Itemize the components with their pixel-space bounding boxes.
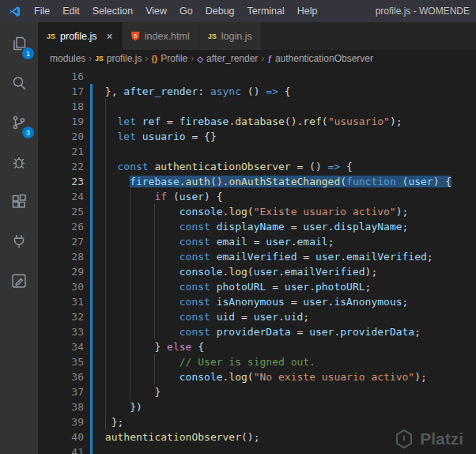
activity-plug-icon[interactable] <box>0 221 38 261</box>
breadcrumb-item-authenticationObserver[interactable]: ƒauthenticationObserver <box>267 53 373 64</box>
tab-login.js[interactable]: JSlogin.js <box>199 22 262 50</box>
code-line-33[interactable]: 33 const providerData = user.providerDat… <box>38 324 476 339</box>
code-text: let usuario = {} <box>93 129 476 144</box>
code-token: . <box>179 176 186 187</box>
indent-guide <box>105 234 106 249</box>
breadcrumb-item-after_render[interactable]: ◇after_render <box>197 53 258 64</box>
code-line-21[interactable]: 21 <box>38 144 476 159</box>
code-line-27[interactable]: 27 const email = user.email; <box>38 234 476 249</box>
indent-guide <box>105 369 106 384</box>
line-number[interactable]: 22 <box>38 159 84 174</box>
explorer-badge: 1 <box>22 47 34 59</box>
line-number[interactable]: 20 <box>38 129 84 144</box>
indent-guide <box>154 264 155 279</box>
line-number[interactable]: 37 <box>38 384 84 399</box>
line-number[interactable]: 23 <box>38 174 84 189</box>
line-number[interactable]: 38 <box>38 399 84 414</box>
line-number[interactable]: 25 <box>38 204 84 219</box>
code-token <box>136 115 142 127</box>
tab-index.html[interactable]: 5index.html <box>123 22 199 50</box>
indent-guide <box>154 309 155 324</box>
breadcrumb-item-profile.js[interactable]: JSprofile.js <box>95 53 142 64</box>
code-line-39[interactable]: 39 }; <box>38 414 476 429</box>
code-token: user <box>266 236 290 248</box>
close-icon[interactable]: × <box>107 31 113 42</box>
line-number[interactable]: 26 <box>38 219 84 234</box>
code-token: database <box>235 115 285 127</box>
indent-guide <box>154 234 155 249</box>
menu-help[interactable]: Help <box>291 3 324 19</box>
line-number[interactable]: 16 <box>38 69 84 84</box>
code-token: after_render <box>123 85 198 97</box>
code-token: ( <box>340 176 346 187</box>
code-token: async <box>210 85 241 97</box>
menu-terminal[interactable]: Terminal <box>241 3 291 19</box>
line-number[interactable]: 27 <box>38 234 84 249</box>
activity-edit-icon[interactable] <box>0 261 38 301</box>
activity-debug-icon[interactable] <box>0 142 38 182</box>
editor[interactable]: 1617 }, after_render: async () => {1819 … <box>38 67 476 454</box>
code-line-26[interactable]: 26 const displayName = user.displayName; <box>38 219 476 234</box>
indent-guide <box>130 234 130 249</box>
code-line-19[interactable]: 19 let ref = firebase.database().ref("us… <box>38 114 476 129</box>
line-number[interactable]: 36 <box>38 369 84 384</box>
activity-source-control-icon[interactable]: 3 <box>0 103 38 142</box>
code-line-28[interactable]: 28 const emailVerified = user.emailVerif… <box>38 249 476 264</box>
line-number[interactable]: 28 <box>38 249 84 264</box>
line-number[interactable]: 31 <box>38 294 84 309</box>
menu-view[interactable]: View <box>139 3 173 19</box>
code-token: = <box>235 311 253 323</box>
code-line-32[interactable]: 32 const uid = user.uid; <box>38 309 476 324</box>
line-number[interactable]: 18 <box>38 99 84 114</box>
code-token: const <box>179 326 210 338</box>
line-number[interactable]: 34 <box>38 339 84 354</box>
code-line-18[interactable]: 18 <box>38 99 476 114</box>
line-number[interactable]: 32 <box>38 309 84 324</box>
activity-explorer-icon[interactable]: 1 <box>0 24 38 63</box>
line-number[interactable]: 30 <box>38 279 84 294</box>
line-number[interactable]: 19 <box>38 114 84 129</box>
code-line-30[interactable]: 30 const photoURL = user.photoURL; <box>38 279 476 294</box>
code-line-23[interactable]: 23 firebase.auth().onAuthStateChanged(fu… <box>38 174 476 189</box>
chevron-right-icon: › <box>89 53 92 64</box>
code-text: }, after_render: async () => { <box>93 84 476 99</box>
code-line-34[interactable]: 34 } else { <box>38 339 476 354</box>
activity-extensions-icon[interactable] <box>0 182 38 221</box>
line-number[interactable]: 41 <box>38 445 84 454</box>
code-text: }; <box>93 414 476 429</box>
tab-profile.js[interactable]: JSprofile.js× <box>38 22 123 50</box>
code-line-25[interactable]: 25 console.log("Existe usuario activo"); <box>38 204 476 219</box>
breadcrumb-item-Profile[interactable]: {}Profile <box>151 53 187 64</box>
code-line-29[interactable]: 29 console.log(user.emailVerified); <box>38 264 476 279</box>
code-line-31[interactable]: 31 const isAnonymous = user.isAnonymous; <box>38 294 476 309</box>
code-token: const <box>179 296 210 308</box>
code-line-17[interactable]: 17 }, after_render: async () => { <box>38 84 476 99</box>
line-number[interactable]: 33 <box>38 324 84 339</box>
line-number[interactable]: 17 <box>38 84 84 99</box>
code-text: const photoURL = user.photoURL; <box>93 279 476 294</box>
breadcrumb-item-modules[interactable]: modules <box>50 53 85 64</box>
code-token: ); <box>390 115 402 127</box>
code-line-35[interactable]: 35 // User is signed out. <box>38 354 476 369</box>
line-number[interactable]: 29 <box>38 264 84 279</box>
line-number[interactable]: 39 <box>38 414 84 429</box>
code-line-37[interactable]: 37 } <box>38 384 476 399</box>
indent-guide <box>130 264 130 279</box>
code-token: => <box>328 161 341 172</box>
menu-file[interactable]: File <box>28 3 56 19</box>
code-line-16[interactable]: 16 <box>38 69 476 84</box>
code-line-36[interactable]: 36 console.log("No existe usuario activo… <box>38 369 476 384</box>
code-line-24[interactable]: 24 if (user) { <box>38 189 476 204</box>
activity-search-icon[interactable] <box>0 63 38 103</box>
code-line-22[interactable]: 22 const authenticationObserver = () => … <box>38 159 476 174</box>
code-line-20[interactable]: 20 let usuario = {} <box>38 129 476 144</box>
menu-selection[interactable]: Selection <box>86 3 139 19</box>
line-number[interactable]: 35 <box>38 354 84 369</box>
menu-go[interactable]: Go <box>173 3 199 19</box>
line-number[interactable]: 24 <box>38 189 84 204</box>
code-line-38[interactable]: 38 }) <box>38 399 476 414</box>
line-number[interactable]: 40 <box>38 429 84 445</box>
line-number[interactable]: 21 <box>38 144 84 159</box>
menu-edit[interactable]: Edit <box>56 3 86 19</box>
menu-debug[interactable]: Debug <box>199 3 241 19</box>
